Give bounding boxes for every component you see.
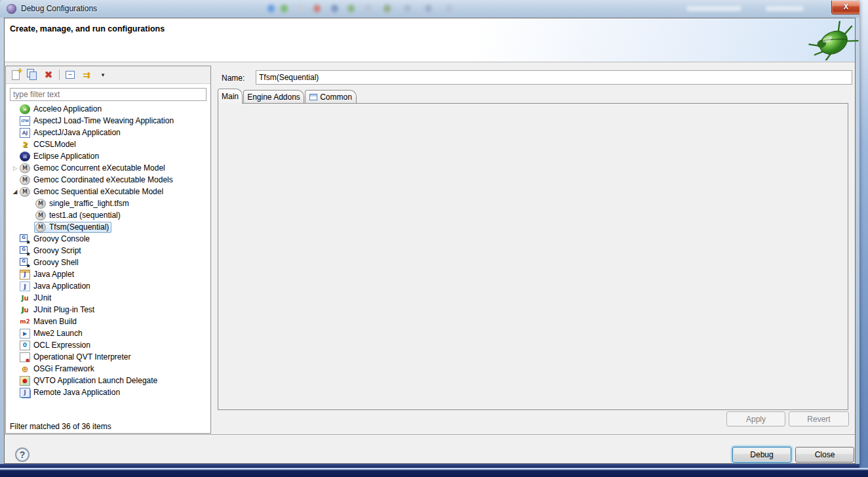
groovy-icon: [20, 246, 30, 256]
collapse-all-icon[interactable]: −: [64, 69, 76, 81]
expander-collapsed-icon[interactable]: ▷: [10, 165, 20, 171]
ltw-icon: LTW: [20, 116, 30, 126]
toolbar-menu-caret-icon[interactable]: ▾: [97, 69, 109, 81]
junit-plugin-icon: [20, 305, 30, 315]
name-label: Name:: [222, 73, 245, 83]
tree-item-java-application[interactable]: JJava Application: [7, 280, 207, 292]
tab-engine-addons[interactable]: Engine Addons: [243, 90, 304, 104]
osgi-icon: ⊕: [20, 364, 30, 374]
blurred-taskbar-icon: [446, 5, 453, 12]
delete-configuration-icon[interactable]: ✖: [43, 69, 54, 81]
main-tab-content: [218, 103, 848, 410]
debug-button[interactable]: Debug: [732, 447, 791, 463]
blurred-taskbar-icon: [267, 5, 275, 12]
debug-configurations-icon: [7, 4, 16, 14]
gemoc-icon: M: [35, 211, 46, 220]
expander-expanded-icon[interactable]: ◢: [10, 188, 20, 195]
blurred-taskbar-icon: [347, 5, 355, 12]
gemoc-icon: M: [20, 187, 30, 197]
help-button[interactable]: ?: [15, 447, 30, 462]
banner-title: Create, manage, and run configurations: [10, 24, 165, 33]
configurations-tree: »Acceleo Application LTWAspectJ Load-Tim…: [7, 103, 207, 398]
blurred-taskbar-icon: [404, 5, 411, 12]
java-application-icon: J: [20, 281, 30, 291]
apply-button[interactable]: Apply: [726, 411, 785, 426]
tree-selection: MTfsm(Sequential): [34, 222, 111, 233]
tree-item-qvto-launch-delegate[interactable]: ●QVTO Application Launch Delegate: [7, 375, 207, 386]
tree-item-groovy-console[interactable]: Groovy Console: [7, 233, 207, 245]
tab-common[interactable]: Common: [305, 90, 357, 104]
sidebar-toolbar: + ✖ − ⇉ ▾: [6, 66, 210, 84]
blurred-taskbar-icon: [331, 5, 338, 12]
tree-item-osgi-framework[interactable]: ⊕OSGi Framework: [7, 363, 207, 375]
duplicate-configuration-icon[interactable]: [26, 69, 38, 81]
tree-item-ocl-expression[interactable]: 0OCL Expression: [7, 339, 207, 351]
gemoc-icon: M: [20, 163, 30, 173]
name-input[interactable]: [256, 70, 852, 85]
tree-item-maven-build[interactable]: m2Maven Build: [7, 316, 207, 327]
ocl-icon: 0: [20, 341, 30, 350]
taskbar: [0, 468, 868, 477]
tree-item-single-traffic-light[interactable]: Msingle_traffic_light.tfsm: [7, 197, 207, 209]
remote-java-icon: J: [20, 388, 30, 398]
tree-item-operational-qvt[interactable]: Operational QVT Interpreter: [7, 351, 207, 363]
blurred-taskbar-icon: [384, 5, 391, 12]
acceleo-icon: »: [20, 104, 30, 114]
maven-icon: m2: [20, 317, 30, 327]
tree-item-gemoc-coordinated[interactable]: MGemoc Coordinated eXecutable Models: [7, 174, 207, 186]
table-icon: [309, 94, 317, 100]
tree-item-groovy-shell[interactable]: Groovy Shell: [7, 257, 207, 268]
window-title: Debug Configurations: [21, 4, 97, 13]
configurations-sidebar: + ✖ − ⇉ ▾ »Acceleo Application LTWAspect…: [5, 66, 211, 434]
gemoc-icon: M: [35, 199, 46, 209]
tree-item-aspectj-ltw-application[interactable]: LTWAspectJ Load-Time Weaving Application: [7, 115, 207, 127]
ccsl-icon: 2: [20, 140, 30, 150]
tree-item-acceleo-application[interactable]: »Acceleo Application: [7, 103, 207, 115]
java-applet-icon: J: [20, 270, 30, 280]
tree-item-java-applet[interactable]: JJava Applet: [7, 268, 207, 280]
tree-item-eclipse-application[interactable]: ≡Eclipse Application: [7, 150, 207, 162]
tree-item-groovy-script[interactable]: Groovy Script: [7, 245, 207, 257]
tree-item-ccslmodel[interactable]: 2CCSLModel: [7, 138, 207, 150]
blurred-taskbar-icon: [425, 5, 432, 12]
blurred-taskbar-icon: [296, 5, 304, 12]
tree-item-remote-java-application[interactable]: JRemote Java Application: [7, 386, 207, 398]
revert-button[interactable]: Revert: [789, 411, 849, 426]
qvt-icon: [20, 352, 30, 362]
blurred-taskbar-icon: [313, 5, 321, 12]
desktop-background: [859, 0, 868, 477]
gemoc-icon: M: [35, 222, 46, 232]
blurred-background-text: [686, 6, 741, 11]
eclipse-icon: ≡: [20, 152, 30, 161]
blurred-taskbar-icon: [281, 5, 288, 12]
filter-input[interactable]: [10, 88, 207, 101]
junit-icon: [20, 293, 30, 303]
close-button[interactable]: Close: [795, 447, 854, 463]
tree-item-gemoc-concurrent[interactable]: ▷MGemoc Concurrent eXecutable Model: [7, 162, 207, 174]
footer-separator: [5, 434, 855, 436]
tree-item-aspectj-java-application[interactable]: AJAspectJ/Java Application: [7, 127, 207, 138]
gemoc-icon: M: [20, 175, 30, 185]
tab-main[interactable]: Main: [218, 89, 243, 104]
tree-item-gemoc-sequential[interactable]: ◢MGemoc Sequential eXecutable Model: [7, 186, 207, 197]
debug-bug-image: [803, 21, 861, 60]
aspectj-java-icon: AJ: [20, 128, 30, 138]
filter-configurations-icon[interactable]: ⇉: [81, 69, 92, 81]
qvto-icon: ●: [20, 376, 30, 386]
groovy-icon: [20, 234, 30, 244]
tree-item-junit-plugin-test[interactable]: JUnit Plug-in Test: [7, 304, 207, 316]
title-bar[interactable]: Debug Configurations X: [0, 0, 859, 18]
dialog-banner: Create, manage, and run configurations: [5, 18, 855, 62]
blurred-background-text: [766, 6, 804, 11]
blurred-taskbar-icon: [365, 5, 372, 12]
mwe2-icon: ▶: [20, 329, 30, 339]
groovy-icon: [20, 258, 30, 268]
tree-item-test1-ad-sequential[interactable]: Mtest1.ad (sequential): [7, 209, 207, 221]
toolbar-separator: [59, 70, 60, 80]
filter-status: Filter matched 36 of 36 items: [10, 422, 207, 431]
window-close-button[interactable]: X: [831, 1, 859, 14]
new-configuration-icon[interactable]: +: [10, 69, 22, 81]
tree-item-junit[interactable]: JUnit: [7, 292, 207, 304]
tree-item-mwe2-launch[interactable]: ▶Mwe2 Launch: [7, 327, 207, 339]
tree-item-tfsm-sequential-selected[interactable]: MTfsm(Sequential): [7, 221, 207, 233]
